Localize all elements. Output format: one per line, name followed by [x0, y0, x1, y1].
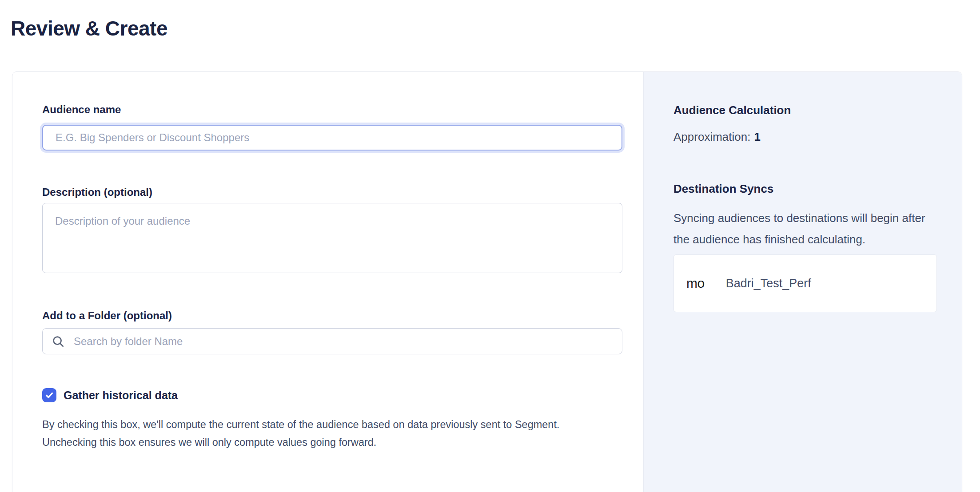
destination-sync-item[interactable]: mo Badri_Test_Perf [673, 254, 937, 312]
historical-help-text: By checking this box, we'll compute the … [42, 416, 595, 451]
description-textarea[interactable] [42, 203, 622, 273]
audience-name-field-group: Audience name [42, 103, 622, 151]
page-title: Review & Create [11, 16, 167, 40]
form-pane: Audience name Description (optional) Add… [12, 72, 643, 492]
gather-historical-label: Gather historical data [64, 389, 178, 402]
description-label: Description (optional) [42, 186, 622, 198]
destination-logo: mo [686, 276, 705, 291]
approximation-label: Approximation: [673, 130, 750, 143]
destination-syncs-description: Syncing audiences to destinations will b… [673, 207, 937, 250]
approximation-value: 1 [754, 130, 760, 143]
audience-name-label: Audience name [42, 103, 622, 116]
folder-label: Add to a Folder (optional) [42, 309, 622, 322]
folder-field-group: Add to a Folder (optional) [42, 309, 622, 354]
folder-search-box[interactable] [42, 328, 622, 354]
folder-search-input[interactable] [73, 335, 615, 348]
summary-pane: Audience Calculation Approximation:1 Des… [643, 72, 962, 492]
audience-name-input[interactable] [42, 125, 622, 151]
review-create-card: Audience name Description (optional) Add… [12, 71, 962, 492]
historical-data-group: Gather historical data By checking this … [42, 388, 622, 451]
destination-syncs-heading: Destination Syncs [673, 182, 937, 195]
description-field-group: Description (optional) [42, 186, 622, 273]
gather-historical-checkbox[interactable] [42, 388, 56, 402]
search-icon [52, 335, 65, 348]
approximation-row: Approximation:1 [673, 130, 937, 144]
destination-name: Badri_Test_Perf [726, 277, 811, 290]
audience-calculation-heading: Audience Calculation [673, 103, 937, 117]
checkmark-icon [44, 390, 54, 400]
